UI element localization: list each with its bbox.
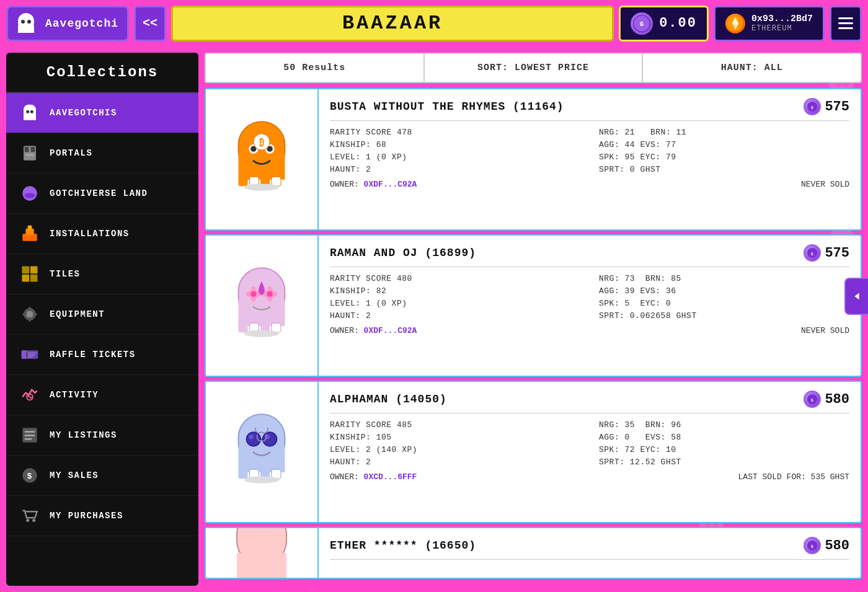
stats-grid-2: RARITY SCORE 480 NRG: 73 BRN: 85 KINSHIP… bbox=[330, 273, 849, 321]
sidebar-label-equipment: EQUIPMENT bbox=[50, 309, 186, 319]
stat-level-2: LEVEL: 1 (0 XP) bbox=[330, 298, 580, 309]
stat-nrg-1: NRG: 21 BRN: 11 bbox=[599, 127, 849, 138]
table-row[interactable]: RAMAN AND OJ (16899) G 575 RARITY SCORE … bbox=[205, 234, 862, 377]
table-row[interactable]: ETHER ****** (16650) G 580 bbox=[205, 527, 862, 579]
table-row[interactable]: ALPHAMAN (14050) G 580 RARITY SCORE 485 bbox=[205, 381, 862, 523]
land-icon bbox=[19, 182, 41, 205]
sort-button[interactable]: SORT: LOWEST PRICE bbox=[425, 54, 644, 82]
haunt-filter[interactable]: HAUNT: ALL bbox=[643, 54, 861, 82]
sidebar-item-portals[interactable]: PORTALS bbox=[6, 133, 198, 174]
sidebar-item-installations[interactable]: INSTALLATIONS bbox=[6, 214, 198, 254]
stat-kinship-3: KINSHIP: 105 bbox=[330, 432, 580, 443]
filter-bar: 50 Results SORT: LOWEST PRICE HAUNT: ALL bbox=[205, 53, 862, 83]
svg-rect-207 bbox=[31, 147, 35, 152]
wallet-chain: ETHEREUM bbox=[751, 24, 813, 33]
table-row[interactable]: ₿ BUSTA WITHOUT THE RHYMES (11164) G 575 bbox=[205, 88, 862, 231]
sidebar-item-aavegotchis[interactable]: AAVEGOTCHIS bbox=[6, 93, 198, 133]
ghost-sprite-2 bbox=[221, 259, 302, 352]
owner-link-2[interactable]: 0XDF...C92A bbox=[364, 326, 417, 335]
sidebar-label-activity: ACTIVITY bbox=[50, 390, 186, 400]
raffle-tickets-icon bbox=[19, 343, 41, 366]
installations-icon bbox=[19, 223, 41, 245]
menu-button[interactable] bbox=[830, 6, 862, 42]
item-title-row-2: RAMAN AND OJ (16899) G 575 bbox=[330, 244, 849, 267]
item-image-4 bbox=[206, 528, 317, 578]
side-arrow-button[interactable] bbox=[844, 278, 868, 315]
ghst-badge-4: G bbox=[804, 537, 821, 554]
item-image-2 bbox=[206, 236, 317, 376]
item-footer-2: OWNER: 0XDF...C92A NEVER SOLD bbox=[330, 326, 849, 335]
svg-point-266 bbox=[246, 292, 251, 297]
ethereum-icon bbox=[725, 14, 745, 33]
logo-text: Aavegotchi bbox=[45, 17, 118, 30]
stat-rarity-3: RARITY SCORE 485 bbox=[330, 420, 580, 430]
my-purchases-icon bbox=[19, 505, 41, 527]
owner-link-3[interactable]: 0XCD...6FFF bbox=[364, 472, 417, 482]
svg-point-265 bbox=[251, 297, 256, 302]
tiles-icon bbox=[19, 263, 41, 285]
sidebar-item-my-purchases[interactable]: MY PURCHASES bbox=[6, 496, 198, 536]
logo-button[interactable]: Aavegotchi bbox=[6, 6, 129, 42]
svg-rect-201 bbox=[29, 118, 31, 120]
ghst-badge-1: G bbox=[804, 98, 821, 115]
svg-rect-241 bbox=[239, 177, 248, 186]
svg-rect-225 bbox=[22, 350, 27, 358]
item-name-3: ALPHAMAN (14050) bbox=[330, 393, 447, 405]
svg-point-281 bbox=[247, 432, 261, 446]
stat-agg-2: AGG: 39 EVS: 36 bbox=[599, 286, 849, 296]
svg-point-204 bbox=[30, 110, 33, 113]
sidebar-label-land: GOTCHIVERSE LAND bbox=[50, 188, 186, 198]
svg-rect-188 bbox=[28, 30, 32, 33]
ghst-balance-button[interactable]: G 0.00 bbox=[619, 6, 709, 42]
stats-grid-1: RARITY SCORE 478 NRG: 21 BRN: 11 KINSHIP… bbox=[330, 127, 849, 175]
wallet-button[interactable]: 0x93...2Bd7 ETHEREUM bbox=[714, 6, 825, 42]
hamburger-icon bbox=[838, 17, 853, 29]
svg-point-286 bbox=[244, 476, 279, 483]
svg-rect-226 bbox=[26, 352, 27, 357]
svg-point-238 bbox=[32, 519, 35, 522]
svg-text:$: $ bbox=[27, 472, 32, 481]
sidebar-label-portals: PORTALS bbox=[50, 148, 186, 158]
svg-rect-187 bbox=[23, 30, 27, 33]
sidebar-item-activity[interactable]: ACTIVITY bbox=[6, 375, 198, 415]
item-details-3: ALPHAMAN (14050) G 580 RARITY SCORE 485 bbox=[317, 382, 861, 522]
svg-rect-217 bbox=[30, 275, 38, 282]
ghost-sprite-4 bbox=[221, 528, 302, 578]
svg-point-189 bbox=[21, 20, 25, 24]
item-price-2: G 575 bbox=[804, 244, 849, 262]
logo-ghost-icon bbox=[13, 11, 39, 37]
stat-haunt-3: HAUNT: 2 bbox=[330, 457, 580, 467]
svg-rect-233 bbox=[25, 435, 35, 436]
content-area: 50 Results SORT: LOWEST PRICE HAUNT: ALL bbox=[205, 53, 862, 586]
stat-spk-2: SPK: 5 EYC: 0 bbox=[599, 298, 849, 309]
svg-rect-206 bbox=[25, 147, 29, 152]
activity-icon bbox=[19, 384, 41, 406]
items-list: ₿ BUSTA WITHOUT THE RHYMES (11164) G 575 bbox=[205, 88, 862, 586]
header: Aavegotchi << BAAZAAR G 0.00 0x93...2Bd bbox=[0, 0, 868, 46]
svg-rect-215 bbox=[30, 267, 38, 274]
ghost-sprite-3 bbox=[221, 405, 302, 498]
equipment-icon bbox=[19, 303, 41, 325]
item-details-2: RAMAN AND OJ (16899) G 575 RARITY SCORE … bbox=[317, 236, 861, 376]
sidebar-item-my-listings[interactable]: MY LISTINGS bbox=[6, 415, 198, 456]
back-button[interactable]: << bbox=[134, 6, 166, 42]
svg-rect-223 bbox=[33, 313, 37, 315]
svg-point-263 bbox=[267, 291, 272, 297]
svg-rect-229 bbox=[28, 356, 33, 358]
my-listings-icon bbox=[19, 424, 41, 446]
sidebar-item-gotchiverse-land[interactable]: GOTCHIVERSE LAND bbox=[6, 174, 198, 214]
stat-kinship-1: KINSHIP: 68 bbox=[330, 139, 580, 150]
item-title-row-1: BUSTA WITHOUT THE RHYMES (11164) G 575 bbox=[330, 98, 849, 121]
sidebar-item-equipment[interactable]: EQUIPMENT bbox=[6, 294, 198, 335]
svg-rect-200 bbox=[24, 118, 26, 120]
owner-link-1[interactable]: 0XDF...C92A bbox=[364, 180, 417, 189]
svg-rect-214 bbox=[22, 267, 30, 274]
results-count[interactable]: 50 Results bbox=[206, 54, 425, 82]
sidebar-item-my-sales[interactable]: $ MY SALES bbox=[6, 456, 198, 496]
svg-point-203 bbox=[26, 110, 29, 113]
sidebar-item-tiles[interactable]: TILES bbox=[6, 254, 198, 294]
sidebar-label-aavegotchis: AAVEGOTCHIS bbox=[50, 108, 186, 118]
item-name-1: BUSTA WITHOUT THE RHYMES (11164) bbox=[330, 100, 564, 113]
svg-rect-220 bbox=[29, 307, 30, 311]
sidebar-item-raffle-tickets[interactable]: RAFFLE TICKETS bbox=[6, 335, 198, 375]
